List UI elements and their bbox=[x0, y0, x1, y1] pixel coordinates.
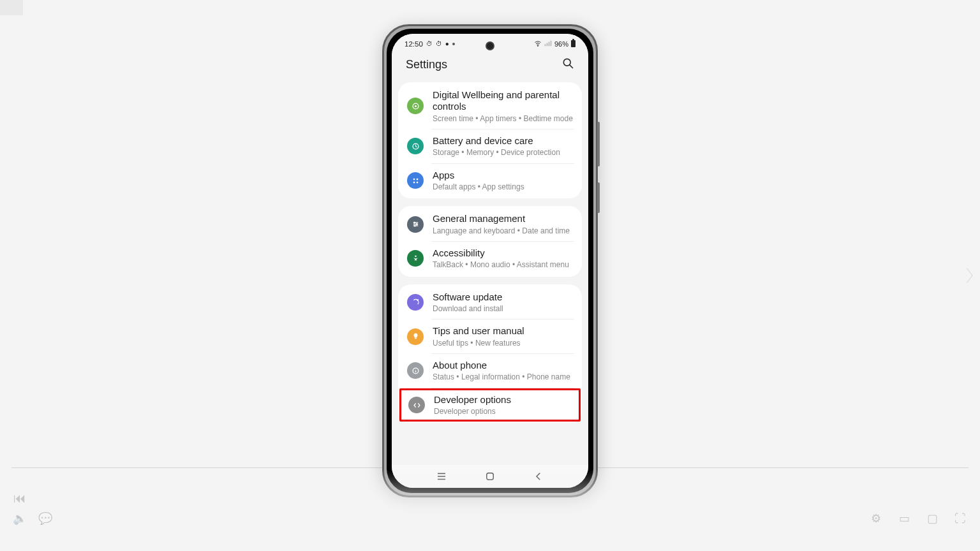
front-camera bbox=[486, 41, 494, 50]
settings-item-title: General management bbox=[433, 213, 573, 224]
settings-item-title: Tips and user manual bbox=[433, 325, 573, 337]
svg-rect-2 bbox=[547, 43, 548, 46]
settings-item-subtitle: TalkBack • Mono audio • Assistant menu bbox=[433, 260, 573, 269]
settings-item-battery[interactable]: Battery and device care Storage • Memory… bbox=[398, 129, 582, 163]
accessibility-icon bbox=[407, 250, 424, 267]
settings-item-subtitle: Useful tips • New features bbox=[433, 339, 573, 348]
battery-percent: 96% bbox=[554, 40, 568, 48]
android-navbar bbox=[392, 465, 588, 488]
volume-icon[interactable]: 🔈 bbox=[13, 511, 27, 525]
phone-screen: 12:50 ⏱ ⏱ ● 96% // noop placeholder; rea… bbox=[392, 34, 588, 488]
settings-item-subtitle: Storage • Memory • Device protection bbox=[433, 148, 573, 157]
settings-item-accessibility[interactable]: Accessibility TalkBack • Mono audio • As… bbox=[398, 242, 582, 276]
settings-item-subtitle: Status • Legal information • Phone name bbox=[433, 372, 573, 381]
settings-item-apps[interactable]: Apps Default apps • App settings bbox=[398, 164, 582, 198]
settings-item-title: About phone bbox=[433, 360, 573, 371]
settings-group: Digital Wellbeing and parental controls … bbox=[398, 82, 582, 198]
status-time: 12:50 bbox=[405, 40, 423, 48]
svg-point-12 bbox=[413, 181, 415, 183]
settings-item-tips[interactable]: Tips and user manual Useful tips • New f… bbox=[398, 320, 582, 353]
settings-item-update[interactable]: Software update Download and install bbox=[398, 286, 582, 320]
developer-icon bbox=[408, 397, 425, 413]
settings-item-developer[interactable]: Developer options Developer options bbox=[399, 388, 581, 422]
nav-back-button[interactable] bbox=[531, 469, 546, 484]
settings-header: Settings bbox=[392, 50, 588, 78]
svg-point-13 bbox=[416, 181, 418, 183]
svg-rect-1 bbox=[545, 44, 546, 46]
svg-point-18 bbox=[416, 224, 417, 225]
wifi-icon bbox=[534, 40, 542, 48]
app-notif-icon: ● bbox=[445, 40, 449, 47]
svg-line-6 bbox=[570, 65, 573, 68]
settings-group: General management Language and keyboard… bbox=[398, 206, 582, 276]
settings-item-title: Apps bbox=[433, 170, 573, 181]
settings-item-title: Digital Wellbeing and parental controls bbox=[433, 89, 573, 113]
pip-icon[interactable]: ▭ bbox=[897, 511, 911, 525]
more-notifs-dot bbox=[452, 43, 455, 45]
top-left-square bbox=[0, 0, 23, 15]
settings-item-subtitle: Developer options bbox=[434, 407, 572, 416]
next-arrow[interactable] bbox=[962, 263, 977, 288]
player-top-row-controls: ⏮ bbox=[13, 491, 27, 505]
volume-button bbox=[597, 122, 600, 166]
svg-point-17 bbox=[413, 222, 415, 223]
svg-point-19 bbox=[414, 225, 415, 226]
svg-rect-3 bbox=[549, 41, 550, 46]
signal-icon bbox=[544, 40, 552, 48]
settings-item-subtitle: Default apps • App settings bbox=[433, 182, 573, 191]
phone-frame: 12:50 ⏱ ⏱ ● 96% // noop placeholder; rea… bbox=[382, 24, 598, 497]
settings-group: Software update Download and install Tip… bbox=[398, 284, 582, 423]
svg-point-10 bbox=[413, 178, 415, 180]
prev-track-icon[interactable]: ⏮ bbox=[13, 491, 27, 505]
captions-icon[interactable]: 💬 bbox=[38, 511, 52, 525]
svg-point-0 bbox=[537, 45, 538, 46]
player-bottom-left-controls: 🔈 💬 bbox=[13, 511, 52, 525]
alarm-icon-2: ⏱ bbox=[436, 40, 442, 47]
settings-list[interactable]: Digital Wellbeing and parental controls … bbox=[392, 78, 588, 470]
apps-icon bbox=[407, 172, 424, 189]
alarm-icon: ⏱ bbox=[426, 40, 433, 47]
settings-item-about[interactable]: About phone Status • Legal information •… bbox=[398, 354, 582, 388]
fullscreen-icon[interactable]: ⛶ bbox=[953, 511, 967, 525]
settings-item-subtitle: Screen time • App timers • Bedtime mode bbox=[433, 114, 573, 123]
svg-point-11 bbox=[416, 178, 418, 180]
settings-item-general[interactable]: General management Language and keyboard… bbox=[398, 207, 582, 241]
settings-item-title: Software update bbox=[433, 291, 573, 303]
quality-icon[interactable]: ⚙ bbox=[869, 511, 883, 525]
svg-rect-4 bbox=[551, 40, 552, 45]
about-icon bbox=[407, 362, 424, 379]
svg-point-20 bbox=[415, 255, 417, 257]
svg-point-8 bbox=[414, 105, 416, 107]
wellbeing-icon bbox=[407, 98, 424, 114]
general-icon bbox=[407, 216, 424, 233]
settings-item-subtitle: Language and keyboard • Date and time bbox=[433, 226, 573, 235]
search-icon[interactable] bbox=[561, 57, 574, 72]
page-title: Settings bbox=[406, 58, 447, 71]
settings-item-title: Developer options bbox=[434, 394, 572, 406]
battery-icon bbox=[571, 40, 575, 47]
svg-rect-21 bbox=[415, 338, 417, 339]
power-button bbox=[597, 182, 600, 213]
settings-item-wellbeing[interactable]: Digital Wellbeing and parental controls … bbox=[398, 84, 582, 129]
settings-item-title: Battery and device care bbox=[433, 135, 573, 147]
svg-rect-28 bbox=[487, 473, 494, 480]
theater-icon[interactable]: ▢ bbox=[925, 511, 939, 525]
nav-recent-button[interactable] bbox=[434, 469, 449, 484]
settings-item-title: Accessibility bbox=[433, 247, 573, 259]
phone-bezel: 12:50 ⏱ ⏱ ● 96% // noop placeholder; rea… bbox=[387, 29, 593, 493]
battery-care-icon bbox=[407, 138, 424, 154]
nav-home-button[interactable] bbox=[482, 469, 498, 484]
update-icon bbox=[407, 294, 424, 311]
settings-item-subtitle: Download and install bbox=[433, 304, 573, 313]
tips-icon bbox=[407, 328, 424, 345]
player-bottom-right-controls: ⚙ ▭ ▢ ⛶ bbox=[869, 511, 967, 525]
